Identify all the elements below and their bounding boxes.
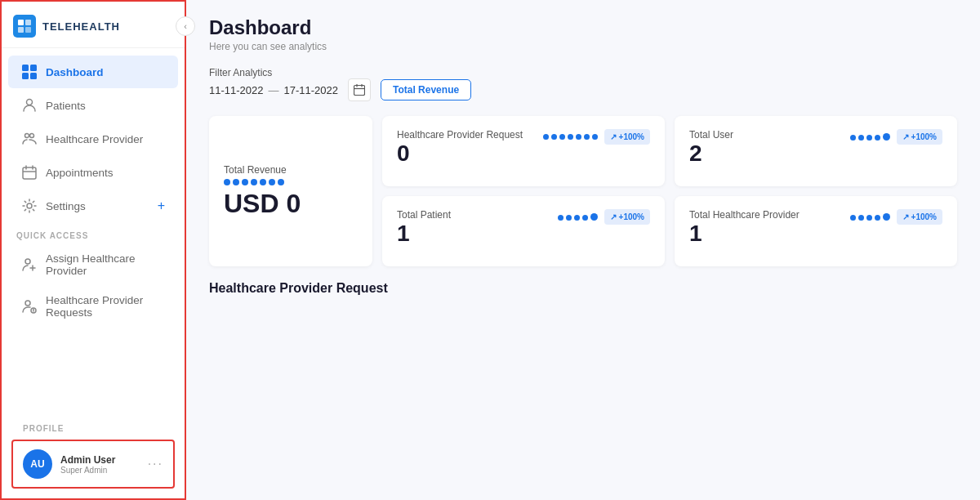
main-content: Dashboard Here you can see analytics Fil… [186, 0, 980, 500]
date-range: 11-11-2022 — 17-11-2022 [209, 84, 338, 96]
sidebar-item-assign-hp[interactable]: Assign Healthcare Provider [8, 244, 178, 285]
hp-request-badge: ↗ +100% [604, 129, 650, 145]
trend-up-icon: ↗ [902, 132, 909, 141]
stat-card-total-hp: Total Healthcare Provider 1 ↗ +100% [675, 196, 957, 266]
chart-dot [590, 213, 598, 221]
dashboard-icon [21, 64, 38, 80]
appointments-icon [21, 164, 38, 181]
svg-point-10 [30, 134, 34, 138]
dot [224, 179, 230, 185]
quick-access-label: QUICK ACCESS [2, 223, 185, 243]
chart-dot [551, 134, 557, 140]
dot [233, 179, 239, 185]
hp-requests-label: Healthcare Provider Requests [46, 294, 165, 319]
svg-point-16 [25, 259, 30, 264]
sidebar-item-appointments[interactable]: Appointments [8, 156, 178, 189]
svg-point-22 [33, 311, 34, 312]
hp-request-chart-dots [543, 134, 598, 140]
sidebar-profile[interactable]: AU Admin User Super Admin ··· [11, 440, 175, 489]
chart-dot [866, 215, 872, 221]
hp-requests-icon [21, 298, 38, 315]
total-patient-header: Total Patient 1 ↗ +100% [397, 209, 650, 247]
svg-point-9 [25, 134, 29, 138]
sidebar-item-healthcare-provider[interactable]: Healthcare Provider [8, 123, 178, 155]
total-patient-chart-dots [558, 213, 598, 221]
chart-dot [566, 215, 572, 221]
logo-icon [13, 15, 36, 38]
total-revenue-filter-button[interactable]: Total Revenue [381, 79, 471, 100]
svg-rect-23 [354, 86, 365, 96]
svg-rect-3 [25, 27, 31, 33]
settings-icon [21, 198, 38, 214]
stats-grid: Total Revenue USD 0 Healthcare Provider … [209, 116, 957, 266]
profile-name: Admin User [60, 454, 140, 466]
total-user-chart-area: ↗ +100% [850, 129, 942, 145]
sidebar-item-patients[interactable]: Patients [8, 89, 178, 122]
svg-rect-11 [23, 167, 36, 179]
stat-card-total-patient: Total Patient 1 ↗ +100% [382, 196, 665, 266]
dot [251, 179, 257, 185]
sidebar: TELEHEALTH ‹ Dashboard Patie [0, 0, 186, 500]
revenue-value: USD 0 [224, 189, 358, 219]
total-patient-title: Total Patient [397, 209, 451, 221]
date-from: 11-11-2022 [209, 84, 264, 96]
calendar-icon[interactable] [348, 78, 371, 101]
total-user-title-area: Total User 2 [689, 129, 733, 167]
chart-dot [850, 215, 856, 221]
total-hp-badge-value: +100% [911, 212, 937, 221]
hp-request-value: 0 [397, 141, 523, 167]
profile-info: Admin User Super Admin [60, 454, 140, 475]
chart-dot [568, 134, 573, 140]
page-title: Dashboard [209, 16, 957, 39]
sidebar-item-settings[interactable]: Settings + [8, 190, 178, 222]
hp-request-badge-value: +100% [619, 132, 644, 141]
page-subtitle: Here you can see analytics [209, 41, 957, 52]
hp-request-chart-area: ↗ +100% [543, 129, 650, 145]
svg-rect-0 [18, 20, 24, 25]
chart-dot [592, 134, 598, 140]
chart-dot [866, 135, 872, 141]
dot [269, 179, 275, 185]
date-to: 17-11-2022 [284, 84, 339, 96]
patients-icon [21, 97, 38, 114]
hp-request-title-area: Healthcare Provider Request 0 [397, 129, 523, 167]
profile-menu-dots[interactable]: ··· [148, 457, 163, 471]
total-patient-title-area: Total Patient 1 [397, 209, 451, 247]
svg-point-19 [25, 301, 30, 306]
total-hp-value: 1 [689, 221, 800, 247]
total-patient-chart-area: ↗ +100% [558, 209, 650, 225]
profile-section-label: PROFILE [8, 416, 178, 436]
revenue-label: Total Revenue [224, 164, 358, 176]
sidebar-collapse-button[interactable]: ‹ [176, 16, 195, 36]
total-user-title: Total User [689, 129, 733, 141]
total-hp-badge: ↗ +100% [897, 209, 942, 225]
appointments-label: Appointments [46, 167, 165, 179]
svg-rect-4 [22, 65, 29, 71]
stat-card-total-user: Total User 2 ↗ +100% [675, 116, 957, 186]
revenue-dots [224, 179, 358, 185]
total-hp-title: Total Healthcare Provider [689, 209, 800, 221]
total-hp-chart-dots [850, 213, 890, 221]
stat-card-revenue: Total Revenue USD 0 [209, 116, 372, 266]
settings-plus-icon[interactable]: + [158, 199, 165, 213]
date-dash: — [269, 84, 279, 96]
bottom-section-title: Healthcare Provider Request [209, 281, 957, 296]
avatar: AU [23, 449, 52, 479]
svg-rect-5 [30, 65, 37, 71]
logo-text: TELEHEALTH [42, 20, 120, 33]
filter-section: Filter Analytics 11-11-2022 — 17-11-2022… [209, 67, 957, 101]
svg-point-8 [27, 100, 33, 105]
dot [242, 179, 248, 185]
sidebar-item-hp-requests[interactable]: Healthcare Provider Requests [8, 286, 178, 327]
sidebar-item-dashboard[interactable]: Dashboard [8, 56, 178, 88]
svg-point-15 [27, 203, 32, 208]
svg-rect-7 [30, 73, 37, 79]
trend-up-icon: ↗ [902, 212, 909, 221]
sidebar-nav: Dashboard Patients Healthcare Provid [2, 48, 185, 411]
chart-dot [875, 215, 880, 221]
chart-dot [883, 133, 890, 141]
assign-hp-label: Assign Healthcare Provider [46, 252, 165, 277]
total-user-chart-dots [850, 133, 890, 141]
total-user-header: Total User 2 ↗ +100% [689, 129, 942, 167]
total-hp-chart-area: ↗ +100% [850, 209, 942, 225]
